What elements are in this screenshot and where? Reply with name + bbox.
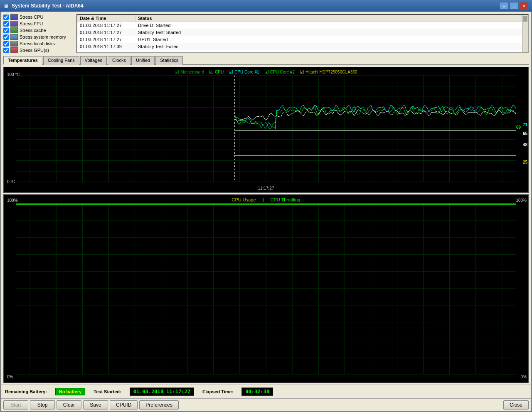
save-button[interactable]: Save bbox=[83, 400, 108, 410]
stress-cpu-label: Stress CPU bbox=[20, 15, 43, 20]
legend-cpu-usage: CPU Usage bbox=[232, 197, 256, 202]
top-section: Stress CPU Stress FPU Stress cache Stres… bbox=[1, 12, 531, 56]
legend-hitachi-label: Hitachi HDP725050GLA360 bbox=[305, 70, 357, 74]
stop-button[interactable]: Stop bbox=[30, 400, 55, 410]
temp-chart-legend: ☑ Motherboard ☑ CPU ☑ CPU Core #1 ☑ CPU … bbox=[175, 69, 357, 75]
log-date-header: Date & Time bbox=[77, 15, 135, 22]
legend-core1: ☑ CPU Core #1 bbox=[229, 69, 259, 75]
elapsed-value: 00:32:38 bbox=[241, 387, 273, 396]
tabs-bar: Temperatures Cooling Fans Voltages Clock… bbox=[3, 56, 529, 65]
log-date-2: 01.03.2018 11:17:27 bbox=[77, 37, 135, 42]
stress-gpu-item: Stress GPU(s) bbox=[3, 47, 74, 53]
elapsed-label: Elapsed Time: bbox=[202, 389, 233, 394]
cpu-chart-legend: CPU Usage | CPU Throttling bbox=[232, 197, 300, 202]
cpu-canvas bbox=[4, 195, 528, 383]
log-row: 01.03.2018 11:17:27 Stability Test: Star… bbox=[77, 29, 528, 36]
titlebar-controls: – □ ✕ bbox=[500, 2, 529, 10]
log-header: Date & Time Status bbox=[77, 15, 528, 22]
main-content: Stress CPU Stress FPU Stress cache Stres… bbox=[0, 12, 532, 412]
legend-cpu-label: CPU bbox=[215, 70, 224, 74]
legend-core2: ☑ CPU Core #2 bbox=[264, 69, 295, 75]
close-button[interactable]: Close bbox=[503, 400, 529, 410]
log-row: 01.03.2018 11:17:39 Stability Test: Fail… bbox=[77, 43, 528, 50]
preferences-button[interactable]: Preferences bbox=[139, 400, 179, 410]
legend-motherboard: ☑ Motherboard bbox=[175, 69, 204, 75]
tab-statistics[interactable]: Statistics bbox=[155, 56, 183, 65]
temperature-chart: ☑ Motherboard ☑ CPU ☑ CPU Core #1 ☑ CPU … bbox=[3, 67, 529, 193]
tabs-section: Temperatures Cooling Fans Voltages Clock… bbox=[1, 56, 531, 65]
log-status-header: Status bbox=[135, 15, 522, 22]
test-started-value: 01.03.2018 11:17:27 bbox=[130, 387, 194, 396]
cpuid-button[interactable]: CPUID bbox=[110, 400, 138, 410]
stress-disks-item: Stress local disks bbox=[3, 41, 74, 47]
log-status-3: Stability Test: Failed bbox=[135, 44, 528, 49]
stress-fpu-item: Stress FPU bbox=[3, 21, 74, 27]
gpu-icon bbox=[10, 47, 18, 53]
charts-area: ☑ Motherboard ☑ CPU ☑ CPU Core #1 ☑ CPU … bbox=[1, 65, 531, 385]
log-row: 01.03.2018 11:17:27 GPU1: Started bbox=[77, 36, 528, 43]
log-rows: 01.03.2018 11:17:27 Drive D: Started 01.… bbox=[77, 22, 528, 50]
cpu-usage-chart: CPU Usage | CPU Throttling 100% 0% 100% … bbox=[3, 194, 529, 383]
legend-hitachi: ☑ Hitachi HDP725050GLA360 bbox=[300, 69, 357, 75]
stress-cache-checkbox[interactable] bbox=[3, 28, 9, 33]
stress-gpu-checkbox[interactable] bbox=[3, 48, 9, 53]
battery-label: Remaining Battery: bbox=[5, 389, 47, 394]
stress-gpu-label: Stress GPU(s) bbox=[20, 48, 49, 53]
tab-unified[interactable]: Unified bbox=[131, 56, 155, 65]
cache-icon bbox=[10, 27, 18, 33]
stress-sysmem-item: Stress system memory bbox=[3, 34, 74, 40]
battery-value: No battery bbox=[55, 388, 85, 395]
clear-button[interactable]: Clear bbox=[57, 400, 81, 410]
maximize-button[interactable]: □ bbox=[510, 2, 519, 10]
start-button[interactable]: Start bbox=[3, 400, 28, 410]
cpu-icon bbox=[10, 14, 18, 20]
log-panel: Date & Time Status 01.03.2018 11:17:27 D… bbox=[76, 14, 529, 53]
stress-sysmem-checkbox[interactable] bbox=[3, 34, 9, 40]
log-row: 01.03.2018 11:17:27 Drive D: Started bbox=[77, 22, 528, 29]
disk-icon bbox=[10, 41, 18, 47]
tab-clocks[interactable]: Clocks bbox=[108, 56, 131, 65]
mem-icon bbox=[10, 34, 18, 40]
stress-cache-item: Stress cache bbox=[3, 27, 74, 33]
legend-motherboard-label: Motherboard bbox=[180, 70, 204, 74]
minimize-button[interactable]: – bbox=[500, 2, 509, 10]
fpu-icon bbox=[10, 21, 18, 27]
log-status-1: Stability Test: Started bbox=[135, 29, 528, 35]
titlebar-title: System Stability Test - AIDA64 bbox=[12, 3, 84, 9]
legend-cpu-throttling: CPU Throttling bbox=[271, 197, 300, 202]
legend-core2-label: CPU Core #2 bbox=[270, 70, 295, 74]
log-status-2: GPU1: Started bbox=[135, 37, 528, 42]
app-icon: 🖥 bbox=[3, 2, 9, 9]
log-date-3: 01.03.2018 11:17:39 bbox=[77, 44, 135, 49]
tab-voltages[interactable]: Voltages bbox=[80, 56, 107, 65]
toolbar: Start Stop Clear Save CPUID Preferences … bbox=[1, 398, 531, 411]
log-date-1: 01.03.2018 11:17:27 bbox=[77, 29, 135, 35]
log-scrollbar[interactable] bbox=[522, 15, 528, 52]
stress-sysmem-label: Stress system memory bbox=[20, 34, 66, 39]
test-started-label: Test Started: bbox=[94, 389, 121, 394]
status-bar: Remaining Battery: No battery Test Start… bbox=[1, 385, 531, 398]
legend-cpu: ☑ CPU bbox=[209, 69, 224, 75]
stress-disks-label: Stress local disks bbox=[20, 41, 55, 46]
stress-fpu-checkbox[interactable] bbox=[3, 21, 9, 27]
stress-cache-label: Stress cache bbox=[20, 28, 46, 33]
tab-temperatures[interactable]: Temperatures bbox=[3, 56, 42, 65]
checkbox-panel: Stress CPU Stress FPU Stress cache Stres… bbox=[3, 14, 74, 53]
stress-disks-checkbox[interactable] bbox=[3, 41, 9, 47]
log-status-0: Drive D: Started bbox=[135, 22, 528, 28]
legend-separator: | bbox=[263, 197, 264, 202]
temp-canvas bbox=[4, 67, 528, 192]
log-date-0: 01.03.2018 11:17:27 bbox=[77, 22, 135, 28]
tab-cooling-fans[interactable]: Cooling Fans bbox=[43, 56, 79, 65]
stress-cpu-checkbox[interactable] bbox=[3, 15, 9, 20]
window-close-button[interactable]: ✕ bbox=[520, 2, 529, 10]
stress-fpu-label: Stress FPU bbox=[20, 21, 43, 26]
titlebar: 🖥 System Stability Test - AIDA64 – □ ✕ bbox=[0, 0, 532, 12]
stress-cpu-item: Stress CPU bbox=[3, 14, 74, 20]
titlebar-left: 🖥 System Stability Test - AIDA64 bbox=[3, 2, 84, 9]
legend-core1-label: CPU Core #1 bbox=[234, 70, 259, 74]
